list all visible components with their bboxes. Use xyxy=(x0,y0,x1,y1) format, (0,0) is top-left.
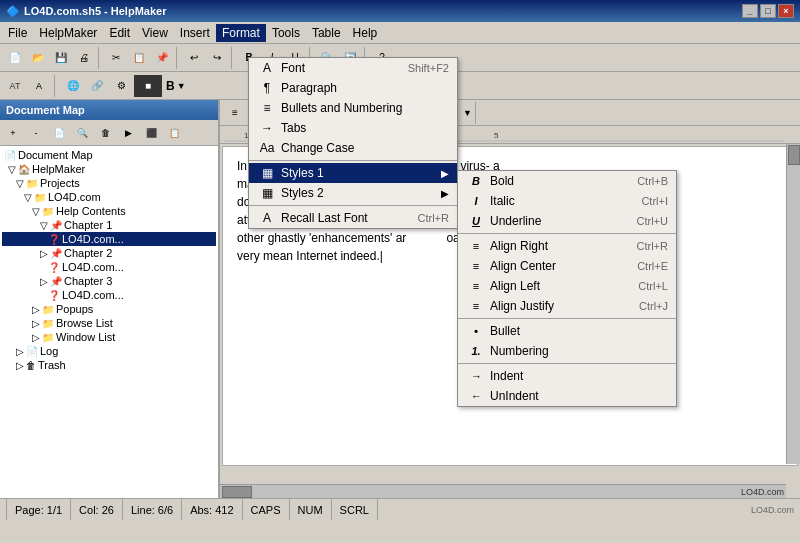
tree-lo4d-file1[interactable]: ❓ LO4D.com... xyxy=(2,232,216,246)
menu-edit[interactable]: Edit xyxy=(103,24,136,42)
menu-styles2[interactable]: ▦ Styles 2 ▶ xyxy=(249,183,457,203)
tree-chapter3[interactable]: ▷ 📌 Chapter 3 xyxy=(2,274,216,288)
menu-change-case[interactable]: Aa Change Case xyxy=(249,138,457,158)
sub-sep2 xyxy=(458,318,676,319)
sub-align-justify[interactable]: ≡ Align Justify Ctrl+J xyxy=(458,296,676,316)
tree-browse-list[interactable]: ▷ 📁 Browse List xyxy=(2,316,216,330)
tree-projects[interactable]: ▽ 📁 Projects xyxy=(2,176,216,190)
menu-insert[interactable]: Insert xyxy=(174,24,216,42)
popups-icon: ▷ xyxy=(32,304,40,315)
dm-btn6[interactable]: ▶ xyxy=(117,122,139,144)
fmt-dropdown[interactable]: ▼ xyxy=(463,108,472,118)
menu-styles1[interactable]: ▦ Styles 1 ▶ xyxy=(249,163,457,183)
tree-log[interactable]: ▷ 📄 Log xyxy=(2,344,216,358)
menu-tools[interactable]: Tools xyxy=(266,24,306,42)
dm-collapse-all[interactable]: - xyxy=(25,122,47,144)
status-line: Line: 6/6 xyxy=(123,499,182,520)
tree-lo4d-file3[interactable]: ❓ LO4D.com... xyxy=(2,288,216,302)
lo4d-icon: ▽ xyxy=(24,192,32,203)
sub-bullet[interactable]: • Bullet xyxy=(458,321,676,341)
status-caps[interactable]: CAPS xyxy=(243,499,290,520)
vertical-scrollbar[interactable] xyxy=(786,144,800,464)
tree-chapter2[interactable]: ▷ 📌 Chapter 2 xyxy=(2,246,216,260)
tb2-btn5[interactable]: ⚙ xyxy=(110,75,132,97)
new-button[interactable]: 📄 xyxy=(4,47,26,69)
dm-btn8[interactable]: 📋 xyxy=(163,122,185,144)
help-contents-folder-icon: 📁 xyxy=(42,206,54,217)
menu-recall-font[interactable]: A Recall Last Font Ctrl+R xyxy=(249,208,457,228)
menu-tabs[interactable]: → Tabs xyxy=(249,118,457,138)
title-controls: _ □ × xyxy=(742,4,794,18)
format-dropdown-menu: A Font Shift+F2 ¶ Paragraph ≡ Bullets an… xyxy=(248,57,458,229)
horizontal-scrollbar[interactable]: LO4D.com xyxy=(220,484,786,498)
dm-expand-all[interactable]: + xyxy=(2,122,24,144)
dm-btn3[interactable]: 📄 xyxy=(48,122,70,144)
menu-view[interactable]: View xyxy=(136,24,174,42)
sub-numbering[interactable]: 1. Numbering xyxy=(458,341,676,361)
sub-bold[interactable]: B Bold Ctrl+B xyxy=(458,171,676,191)
tree-chapter1[interactable]: ▽ 📌 Chapter 1 xyxy=(2,218,216,232)
scrollbar-thumb[interactable] xyxy=(788,145,800,165)
tree-lo4d[interactable]: ▽ 📁 LO4D.com xyxy=(2,190,216,204)
cut-button[interactable]: ✂ xyxy=(105,47,127,69)
tree-help-contents[interactable]: ▽ 📁 Help Contents xyxy=(2,204,216,218)
sub-align-left[interactable]: ≡ Align Left Ctrl+L xyxy=(458,276,676,296)
tree-popups[interactable]: ▷ 📁 Popups xyxy=(2,302,216,316)
sub-underline-label: Underline xyxy=(490,214,541,228)
menu-file[interactable]: File xyxy=(2,24,33,42)
tb2-btn3[interactable]: 🌐 xyxy=(62,75,84,97)
tree-lo4d-file2[interactable]: ❓ LO4D.com... xyxy=(2,260,216,274)
maximize-button[interactable]: □ xyxy=(760,4,776,18)
menu-change-case-label: Change Case xyxy=(281,141,354,155)
tb2-btn1[interactable]: AT xyxy=(4,75,26,97)
tree-doc-map[interactable]: 📄 Document Map xyxy=(2,148,216,162)
undo-button[interactable]: ↩ xyxy=(183,47,205,69)
sub-italic[interactable]: I Italic Ctrl+I xyxy=(458,191,676,211)
sub-align-center[interactable]: ≡ Align Center Ctrl+E xyxy=(458,256,676,276)
doc-map-label: Document Map xyxy=(6,104,85,116)
sub-align-justify-label: Align Justify xyxy=(490,299,554,313)
h-scrollbar-thumb[interactable] xyxy=(222,486,252,498)
minimize-button[interactable]: _ xyxy=(742,4,758,18)
tree-window-list[interactable]: ▷ 📁 Window List xyxy=(2,330,216,344)
tree-trash[interactable]: ▷ 🗑 Trash xyxy=(2,358,216,372)
fmt-align-left[interactable]: ≡ xyxy=(224,102,246,124)
tree-helpmaker[interactable]: ▽ 🏠 HelpMaker xyxy=(2,162,216,176)
status-col-label: Col: 26 xyxy=(79,504,114,516)
sub-underline[interactable]: U Underline Ctrl+U xyxy=(458,211,676,231)
dm-btn5[interactable]: 🗑 xyxy=(94,122,116,144)
status-scrl[interactable]: SCRL xyxy=(332,499,378,520)
menu-paragraph[interactable]: ¶ Paragraph xyxy=(249,78,457,98)
status-num[interactable]: NUM xyxy=(290,499,332,520)
tb2-btn2[interactable]: A xyxy=(28,75,50,97)
dm-btn4[interactable]: 🔍 xyxy=(71,122,93,144)
sub-unindent[interactable]: ← UnIndent xyxy=(458,386,676,406)
tree-area: 📄 Document Map ▽ 🏠 HelpMaker ▽ 📁 Project… xyxy=(0,146,218,498)
menu-helpmaker[interactable]: HelpMaker xyxy=(33,24,103,42)
redo-button[interactable]: ↪ xyxy=(206,47,228,69)
save-button[interactable]: 💾 xyxy=(50,47,72,69)
open-button[interactable]: 📂 xyxy=(27,47,49,69)
sub-indent[interactable]: → Indent xyxy=(458,366,676,386)
svg-text:5: 5 xyxy=(494,131,499,140)
menu-help[interactable]: Help xyxy=(347,24,384,42)
dm-btn7[interactable]: ⬛ xyxy=(140,122,162,144)
paste-button[interactable]: 📌 xyxy=(151,47,173,69)
tb2-btn4[interactable]: 🔗 xyxy=(86,75,108,97)
menu-format[interactable]: Format xyxy=(216,24,266,42)
close-button[interactable]: × xyxy=(778,4,794,18)
menu-font[interactable]: A Font Shift+F2 xyxy=(249,58,457,78)
doc-map-tree-icon: 📄 xyxy=(4,150,16,161)
menu-bullets[interactable]: ≡ Bullets and Numbering xyxy=(249,98,457,118)
chapter1-folder-icon: 📌 xyxy=(50,220,62,231)
sub-align-right[interactable]: ≡ Align Right Ctrl+R xyxy=(458,236,676,256)
copy-button[interactable]: 📋 xyxy=(128,47,150,69)
print-button[interactable]: 🖨 xyxy=(73,47,95,69)
menu-bar: File HelpMaker Edit View Insert Format T… xyxy=(0,22,800,44)
menu-table[interactable]: Table xyxy=(306,24,347,42)
menu-paragraph-label: Paragraph xyxy=(281,81,337,95)
tree-help-contents-label: Help Contents xyxy=(56,205,126,217)
tb2-btn6[interactable]: ■ xyxy=(134,75,162,97)
tree-doc-map-label: Document Map xyxy=(18,149,93,161)
bold-indicator: B xyxy=(166,79,175,93)
